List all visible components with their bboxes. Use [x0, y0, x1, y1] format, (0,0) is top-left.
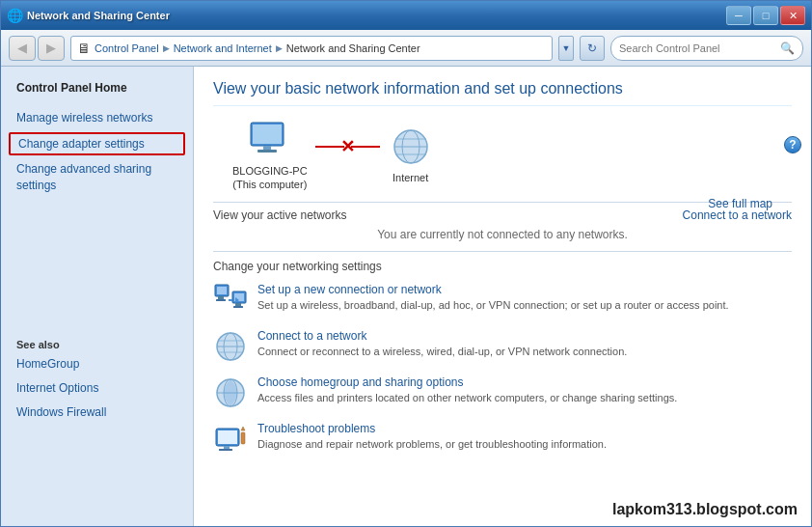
sidebar: Control Panel Home Manage wireless netwo…: [1, 67, 194, 526]
svg-rect-15: [235, 303, 241, 306]
new-connection-link[interactable]: Set up a new connection or network: [257, 283, 792, 296]
homegroup-desc: Access files and printers located on oth…: [257, 392, 677, 403]
breadcrumb-control-panel[interactable]: Control Panel: [95, 42, 159, 54]
maximize-button[interactable]: □: [753, 6, 778, 25]
sidebar-item-homegroup[interactable]: HomeGroup: [1, 352, 193, 376]
svg-rect-10: [217, 287, 227, 294]
breadcrumb-arrow-2: ▶: [276, 43, 283, 53]
computer-icon: [247, 120, 293, 160]
svg-rect-3: [257, 150, 277, 153]
content-panel: ? View your basic network information an…: [194, 67, 811, 526]
svg-rect-1: [253, 125, 282, 144]
internet-icon: [388, 126, 434, 167]
homegroup-icon: [213, 375, 248, 410]
computer-icon-item: BLOGGING-PC (This computer): [232, 120, 308, 192]
troubleshoot-text: Troubleshoot problems Diagnose and repai…: [257, 422, 792, 452]
main-area: Control Panel Home Manage wireless netwo…: [1, 67, 811, 526]
breadcrumb-bar: 🖥 Control Panel ▶ Network and Internet ▶…: [70, 36, 553, 61]
svg-rect-12: [216, 299, 226, 301]
svg-rect-16: [233, 306, 243, 308]
title-bar-buttons: ─ □ ✕: [726, 6, 805, 25]
svg-rect-11: [218, 296, 224, 299]
troubleshoot-link[interactable]: Troubleshoot problems: [257, 422, 792, 435]
connect-network-desc: Connect or reconnect to a wireless, wire…: [257, 346, 627, 357]
change-settings-title: Change your networking settings: [213, 251, 792, 273]
homegroup-link[interactable]: Choose homegroup and sharing options: [257, 375, 792, 389]
homegroup-text: Choose homegroup and sharing options Acc…: [257, 375, 792, 405]
sidebar-item-internet-options[interactable]: Internet Options: [1, 376, 193, 401]
watermark: lapkom313.blogspot.com: [612, 501, 798, 518]
refresh-button[interactable]: ↻: [580, 36, 605, 61]
new-connection-icon: [213, 283, 248, 318]
svg-rect-28: [218, 430, 237, 444]
breadcrumb-arrow-1: ▶: [163, 43, 170, 53]
not-connected-message: You are currently not connected to any n…: [213, 228, 792, 241]
window: 🌐 Network and Sharing Center ─ □ ✕ ◀ ▶ 🖥…: [0, 0, 812, 527]
see-also-title: See also: [1, 333, 193, 352]
new-connection-desc: Set up a wireless, broadband, dial-up, a…: [257, 299, 729, 311]
troubleshoot-desc: Diagnose and repair network problems, or…: [257, 438, 607, 450]
active-networks-title: View your active networks: [213, 202, 673, 222]
forward-button[interactable]: ▶: [38, 36, 65, 61]
connect-network-icon: [213, 329, 248, 364]
connect-network-text: Connect to a network Connect or reconnec…: [257, 329, 792, 359]
breadcrumb-icon: 🖥: [77, 41, 91, 56]
nav-buttons: ◀ ▶: [9, 36, 65, 61]
troubleshoot-icon: [213, 422, 248, 457]
connect-network-link[interactable]: Connect to a network: [257, 329, 792, 343]
internet-icon-item: Internet: [388, 126, 434, 184]
back-button[interactable]: ◀: [9, 36, 36, 61]
settings-item-homegroup: Choose homegroup and sharing options Acc…: [213, 375, 792, 410]
breadcrumb-network-internet[interactable]: Network and Internet: [174, 42, 272, 54]
settings-item-connect-network: Connect to a network Connect or reconnec…: [213, 329, 792, 364]
network-diagram: BLOGGING-PC (This computer) ✕: [232, 120, 792, 192]
window-title: Network and Sharing Center: [27, 10, 170, 21]
sidebar-item-control-panel-home[interactable]: Control Panel Home: [1, 76, 193, 100]
network-connector: ✕: [315, 136, 380, 157]
see-full-map-link[interactable]: See full map: [708, 197, 772, 210]
page-title: View your basic network information and …: [213, 80, 792, 106]
address-bar: ◀ ▶ 🖥 Control Panel ▶ Network and Intern…: [1, 30, 811, 67]
sidebar-item-change-advanced[interactable]: Change advanced sharing settings: [1, 157, 193, 198]
new-connection-text: Set up a new connection or network Set u…: [257, 283, 792, 313]
settings-item-troubleshoot: Troubleshoot problems Diagnose and repai…: [213, 422, 792, 457]
breadcrumb-dropdown[interactable]: ▼: [558, 36, 574, 61]
sidebar-item-manage-wireless[interactable]: Manage wireless networks: [1, 106, 193, 130]
title-bar: 🌐 Network and Sharing Center ─ □ ✕: [1, 1, 811, 30]
sidebar-item-windows-firewall[interactable]: Windows Firewall: [1, 401, 193, 425]
computer-label: BLOGGING-PC (This computer): [232, 164, 308, 192]
breadcrumb-current: Network and Sharing Center: [286, 42, 420, 54]
settings-item-new-connection: Set up a new connection or network Set u…: [213, 283, 792, 318]
close-button[interactable]: ✕: [780, 6, 805, 25]
active-networks-section: View your active networks Connect to a n…: [213, 202, 792, 222]
search-box: 🔍: [610, 36, 803, 61]
svg-rect-2: [263, 146, 271, 150]
svg-rect-29: [224, 446, 230, 449]
svg-rect-30: [219, 449, 232, 451]
sidebar-item-change-adapter[interactable]: Change adapter settings: [9, 132, 185, 156]
internet-label: Internet: [392, 171, 428, 184]
search-input[interactable]: [619, 42, 776, 54]
title-bar-left: 🌐 Network and Sharing Center: [7, 8, 170, 23]
svg-marker-32: [241, 427, 245, 430]
search-icon[interactable]: 🔍: [780, 42, 795, 55]
minimize-button[interactable]: ─: [726, 6, 751, 25]
svg-rect-31: [241, 432, 245, 444]
